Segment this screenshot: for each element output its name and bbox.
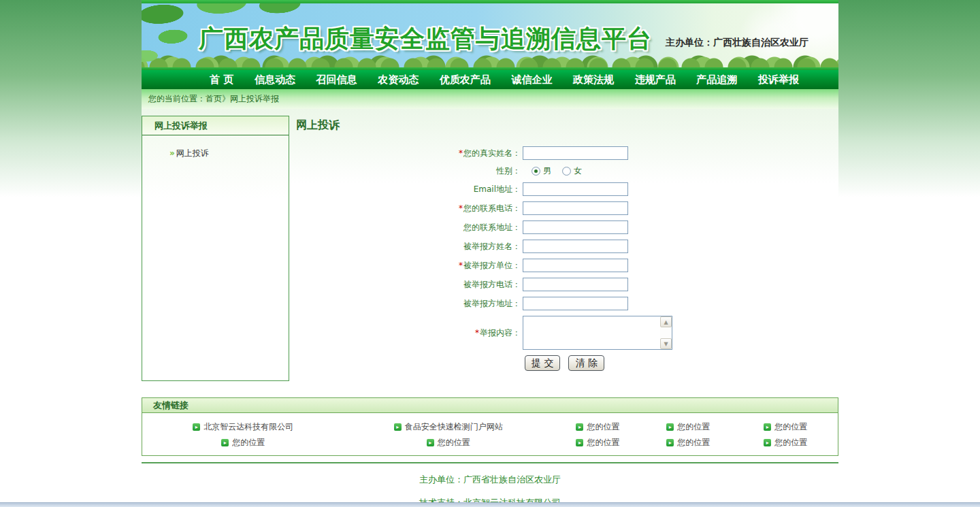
nav-item-policies[interactable]: 政策法规 [573, 73, 614, 86]
banner-host-label: 主办单位：广西壮族自治区农业厅 [666, 37, 808, 49]
scroll-down-icon[interactable]: ▼ [660, 338, 672, 349]
friend-link[interactable]: ▸您的位置 [666, 437, 710, 448]
friend-link[interactable]: ▸食品安全快速检测门户网站 [394, 421, 503, 433]
link-arrow-icon: ▸ [193, 423, 200, 431]
sidebar-title: 网上投诉举报 [142, 116, 289, 135]
banner-artwork: 广西农产品质量安全监管与追溯信息平台 主办单位：广西壮族自治区农业厅 [142, 3, 838, 67]
nav-item-premium-products[interactable]: 优质农产品 [440, 73, 491, 86]
form-row: 您的联系地址： [296, 220, 838, 234]
form-row: Email地址： [296, 182, 838, 196]
form-buttons-row: 提 交 清 除 [525, 355, 838, 371]
friend-link[interactable]: ▸您的位置 [221, 437, 265, 448]
contact-address-input[interactable] [523, 220, 628, 234]
friend-link[interactable]: ▸您的位置 [666, 421, 710, 433]
footer: 主办单位：广西省壮族自治区农业厅 技术支持：北京智云达科技有限公司 [142, 462, 838, 507]
link-arrow-icon: ▸ [394, 423, 402, 431]
form-row: *举报内容： ▲ ▼ [296, 316, 838, 350]
friend-link[interactable]: ▸北京智云达科技有限公司 [193, 421, 293, 433]
reported-name-input[interactable] [523, 240, 628, 253]
link-arrow-icon: ▸ [427, 439, 434, 446]
gender-female-radio[interactable] [562, 167, 571, 176]
nav-item-traceability[interactable]: 产品追溯 [696, 73, 737, 86]
form-row: 性别： 男 女 [296, 165, 838, 177]
link-arrow-icon: ▸ [576, 439, 583, 446]
main-panel: 网上投诉 *您的真实姓名： 性别： 男 女 Email地址： [289, 116, 838, 381]
site-title: 广西农产品质量安全监管与追溯信息平台 [199, 22, 652, 56]
gender-radio-group: 男 女 [525, 165, 586, 177]
page-content: 广西农产品质量安全监管与追溯信息平台 主办单位：广西壮族自治区农业厅 首 页 信… [142, 0, 838, 507]
friend-link[interactable]: ▸您的位置 [576, 437, 619, 448]
nav-item-trusted-companies[interactable]: 诚信企业 [511, 73, 552, 86]
breadcrumb-text: 您的当前位置：首页》网上投诉举报 [148, 94, 279, 103]
reported-phone-label: 被举报方电话： [296, 279, 521, 291]
nav-item-home[interactable]: 首 页 [210, 73, 233, 86]
gender-male-label: 男 [543, 165, 551, 177]
form-row: 被举报方地址： [296, 297, 838, 310]
contact-phone-input[interactable] [523, 201, 628, 215]
link-arrow-icon: ▸ [764, 439, 771, 446]
textarea-scrollbar[interactable]: ▲ ▼ [660, 316, 672, 349]
gender-female-label: 女 [574, 165, 582, 177]
scroll-up-icon[interactable]: ▲ [660, 316, 672, 327]
form-row: 被举报方姓名： [296, 240, 838, 253]
report-content-field: ▲ ▼ [523, 316, 672, 350]
nav-item-violations[interactable]: 违规产品 [635, 73, 676, 86]
link-arrow-icon: ▸ [666, 439, 674, 446]
reported-address-label: 被举报方地址： [296, 298, 521, 310]
submit-button[interactable]: 提 交 [525, 355, 560, 371]
reported-unit-input[interactable] [523, 259, 628, 272]
friend-links-section: 友情链接 ▸北京智云达科技有限公司 ▸食品安全快速检测门户网站 ▸您的位置 ▸您… [142, 397, 838, 456]
double-arrow-icon: » [169, 148, 175, 158]
scrollbar-track[interactable] [660, 327, 672, 338]
email-input[interactable] [523, 182, 628, 196]
nav-item-agri-materials[interactable]: 农资动态 [378, 73, 419, 86]
contact-phone-label: *您的联系电话： [296, 203, 521, 214]
body-area: 网上投诉举报 »网上投诉 网上投诉 *您的真实姓名： 性别： 男 [142, 109, 838, 381]
form-row: *您的真实姓名： [296, 146, 838, 160]
footer-host: 主办单位：广西省壮族自治区农业厅 [142, 474, 838, 486]
clear-button[interactable]: 清 除 [568, 355, 604, 371]
complaint-form: *您的真实姓名： 性别： 男 女 Email地址： [296, 146, 838, 371]
nav-item-news[interactable]: 信息动态 [255, 73, 295, 86]
gender-male-radio[interactable] [532, 167, 540, 176]
contact-address-label: 您的联系地址： [296, 222, 521, 233]
report-content-label: *举报内容： [296, 327, 521, 339]
page-title: 网上投诉 [296, 118, 838, 133]
real-name-input[interactable] [523, 146, 628, 160]
friend-link[interactable]: ▸您的位置 [427, 437, 470, 448]
link-arrow-icon: ▸ [221, 439, 229, 446]
reported-name-label: 被举报方姓名： [296, 241, 521, 252]
real-name-label: *您的真实姓名： [296, 148, 521, 159]
browser-window-edge [0, 502, 980, 507]
gender-label: 性别： [296, 165, 521, 177]
sidebar-item-online-complaint[interactable]: »网上投诉 [169, 148, 289, 159]
friend-link[interactable]: ▸您的位置 [764, 437, 807, 448]
form-row: *被举报方单位： [296, 259, 838, 272]
main-nav: 首 页 信息动态 召回信息 农资动态 优质农产品 诚信企业 政策法规 违规产品 … [142, 70, 838, 89]
form-row: 被举报方电话： [296, 278, 838, 291]
friend-links-title: 友情链接 [142, 398, 838, 413]
form-row: *您的联系电话： [296, 201, 838, 215]
sidebar: 网上投诉举报 »网上投诉 [142, 116, 289, 381]
reported-phone-input[interactable] [523, 278, 628, 291]
banner: 广西农产品质量安全监管与追溯信息平台 主办单位：广西壮族自治区农业厅 [142, 0, 838, 70]
required-marker: * [459, 261, 463, 270]
required-marker: * [475, 328, 479, 338]
required-marker: * [459, 203, 463, 213]
link-arrow-icon: ▸ [576, 423, 583, 431]
breadcrumb: 您的当前位置：首页》网上投诉举报 [142, 89, 838, 109]
banner-bottom-strip [142, 67, 838, 70]
reported-address-input[interactable] [523, 297, 628, 310]
link-arrow-icon: ▸ [764, 423, 771, 431]
friend-link[interactable]: ▸您的位置 [576, 421, 619, 433]
reported-unit-label: *被举报方单位： [296, 260, 521, 272]
sidebar-item-label: 网上投诉 [176, 148, 209, 158]
nav-item-complaints[interactable]: 投诉举报 [758, 73, 799, 86]
friend-links-table: ▸北京智云达科技有限公司 ▸食品安全快速检测门户网站 ▸您的位置 ▸您的位置 ▸… [142, 418, 838, 449]
nav-item-recall[interactable]: 召回信息 [316, 73, 357, 86]
friend-link[interactable]: ▸您的位置 [764, 421, 807, 433]
email-label: Email地址： [296, 184, 521, 195]
required-marker: * [459, 148, 463, 158]
report-content-textarea[interactable] [523, 316, 660, 349]
link-arrow-icon: ▸ [666, 423, 674, 431]
